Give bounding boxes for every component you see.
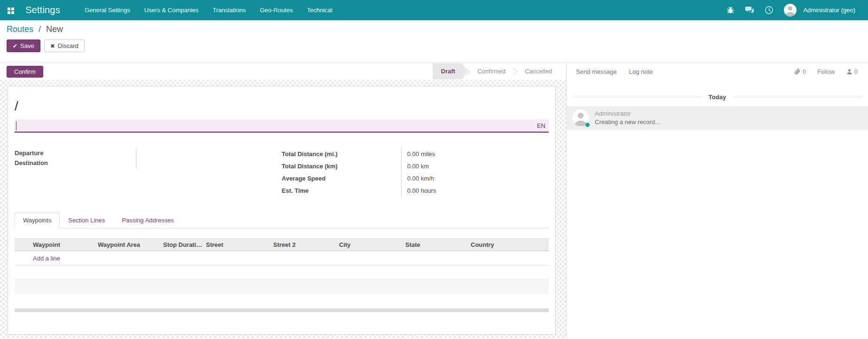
field-row-average-speed: Average Speed 0.00 km/h	[282, 173, 548, 185]
total-distance-km-label: Total Distance (km)	[282, 160, 402, 173]
est-time-label: Est. Time	[282, 185, 402, 197]
message-author[interactable]: Administrator	[595, 110, 660, 117]
table-row: Add a line	[15, 251, 549, 266]
add-a-line-link[interactable]: Add a line	[33, 255, 60, 262]
attachments-button[interactable]: 0	[794, 68, 806, 75]
apps-menu-icon[interactable]	[7, 6, 15, 15]
status-step-confirmed[interactable]: Confirmed	[468, 63, 515, 79]
person-icon	[846, 69, 852, 75]
message-text: Creating a new record...	[595, 118, 660, 126]
menu-item-translations[interactable]: Translations	[213, 7, 245, 14]
total-distance-km-value: 0.00 km	[402, 160, 548, 173]
average-speed-label: Average Speed	[282, 173, 402, 185]
table-header-row: Waypoint Waypoint Area Stop Durati… Stre…	[15, 239, 549, 251]
name-input[interactable]: EN	[15, 119, 549, 133]
total-distance-mi-value: 0.00 miles	[402, 148, 548, 160]
statusbar: Confirm Draft Confirmed Cancelled	[0, 63, 566, 80]
destination-label: Destination	[15, 158, 136, 168]
departure-label: Departure	[15, 148, 136, 158]
col-end	[536, 239, 549, 251]
message-body: Administrator Creating a new record...	[595, 110, 660, 126]
col-state[interactable]: State	[402, 239, 468, 251]
tab-passing-addresses[interactable]: Passing Addresses	[113, 213, 182, 229]
breadcrumb-separator: /	[39, 24, 41, 34]
user-avatar[interactable]	[784, 4, 797, 16]
empty-row	[15, 266, 549, 279]
breadcrumb-routes-link[interactable]: Routes	[7, 24, 33, 34]
activities-clock-icon[interactable]	[765, 6, 773, 15]
col-selector	[15, 239, 30, 251]
attachment-count: 0	[803, 68, 806, 75]
follower-count: 0	[854, 68, 858, 75]
language-badge[interactable]: EN	[537, 122, 545, 129]
chatter: Send message Log note 0 Follow 0	[567, 63, 868, 339]
status-steps: Draft Confirmed Cancelled	[433, 63, 561, 80]
col-country[interactable]: Country	[468, 239, 536, 251]
debug-bug-icon[interactable]	[726, 6, 734, 14]
online-status-dot	[585, 123, 590, 127]
topbar-right: Administrator (geo)	[726, 4, 855, 16]
field-group-left: Departure Destination	[15, 148, 278, 197]
field-row-destination: Destination	[15, 158, 278, 168]
top-menu: General Settings Users & Companies Trans…	[85, 7, 332, 14]
menu-item-users-companies[interactable]: Users & Companies	[144, 7, 199, 14]
est-time-value: 0.00 hours	[402, 185, 548, 197]
departure-field[interactable]	[136, 148, 278, 158]
check-icon: ✔	[13, 43, 17, 49]
content: Confirm Draft Confirmed Cancelled / EN D…	[0, 63, 868, 339]
control-panel: Routes / New ✔ Save ✖ Discard	[0, 20, 868, 63]
followers-button[interactable]: 0	[846, 68, 858, 75]
notebook-tabs: Waypoints Section Lines Passing Addresse…	[15, 213, 549, 229]
field-group-right: Total Distance (mi.) 0.00 miles Total Di…	[282, 148, 548, 197]
field-row-est-time: Est. Time 0.00 hours	[282, 185, 548, 197]
field-groups: Departure Destination Total Distance (mi…	[15, 148, 549, 197]
total-distance-mi-label: Total Distance (mi.)	[282, 148, 402, 160]
close-icon: ✖	[50, 43, 55, 49]
field-row-distance-km: Total Distance (km) 0.00 km	[282, 160, 548, 173]
chatter-controls: 0 Follow 0	[794, 68, 858, 75]
text-cursor	[16, 121, 16, 130]
messages-chat-icon[interactable]	[745, 6, 754, 14]
user-menu[interactable]: Administrator (geo)	[803, 7, 855, 14]
action-buttons: ✔ Save ✖ Discard	[7, 39, 868, 52]
form-view: Confirm Draft Confirmed Cancelled / EN D…	[0, 63, 567, 339]
discard-button-label: Discard	[58, 42, 79, 49]
send-message-button[interactable]: Send message	[576, 68, 617, 75]
menu-item-general-settings[interactable]: General Settings	[85, 7, 130, 14]
col-street[interactable]: Street	[203, 239, 270, 251]
destination-field[interactable]	[136, 158, 278, 168]
empty-row	[15, 293, 549, 308]
tab-waypoints[interactable]: Waypoints	[15, 213, 60, 229]
chatter-topbar: Send message Log note 0 Follow 0	[567, 63, 868, 80]
follow-button[interactable]: Follow	[817, 68, 835, 75]
tab-section-lines[interactable]: Section Lines	[60, 213, 113, 229]
form-sheet: / EN Departure Destination	[8, 86, 556, 335]
top-navbar: Settings General Settings Users & Compan…	[0, 0, 868, 20]
status-step-cancelled[interactable]: Cancelled	[515, 63, 561, 79]
breadcrumb: Routes / New	[7, 24, 868, 34]
divider-line	[733, 97, 862, 97]
chatter-message[interactable]: Administrator Creating a new record...	[567, 106, 868, 130]
col-waypoint-area[interactable]: Waypoint Area	[95, 239, 160, 251]
log-note-button[interactable]: Log note	[629, 68, 653, 75]
breadcrumb-current: New	[46, 24, 63, 34]
app-title[interactable]: Settings	[25, 5, 60, 16]
record-title[interactable]: /	[15, 98, 549, 115]
field-row-departure: Departure	[15, 148, 278, 158]
save-button-label: Save	[20, 42, 34, 49]
paperclip-icon	[794, 68, 801, 75]
discard-button[interactable]: ✖ Discard	[44, 39, 85, 52]
field-row-distance-mi: Total Distance (mi.) 0.00 miles	[282, 148, 548, 160]
col-stop-duration[interactable]: Stop Durati…	[160, 239, 203, 251]
col-city[interactable]: City	[336, 239, 402, 251]
average-speed-value: 0.00 km/h	[402, 173, 548, 185]
message-author-avatar	[572, 110, 589, 126]
save-button[interactable]: ✔ Save	[7, 39, 40, 52]
menu-item-technical[interactable]: Technical	[307, 7, 332, 14]
menu-item-geo-routes[interactable]: Geo-Routes	[260, 7, 293, 14]
divider-line	[572, 97, 702, 97]
horizontal-scrollbar[interactable]	[15, 308, 549, 312]
col-street2[interactable]: Street 2	[270, 239, 336, 251]
confirm-button[interactable]: Confirm	[7, 66, 43, 78]
col-waypoint[interactable]: Waypoint	[30, 239, 95, 251]
